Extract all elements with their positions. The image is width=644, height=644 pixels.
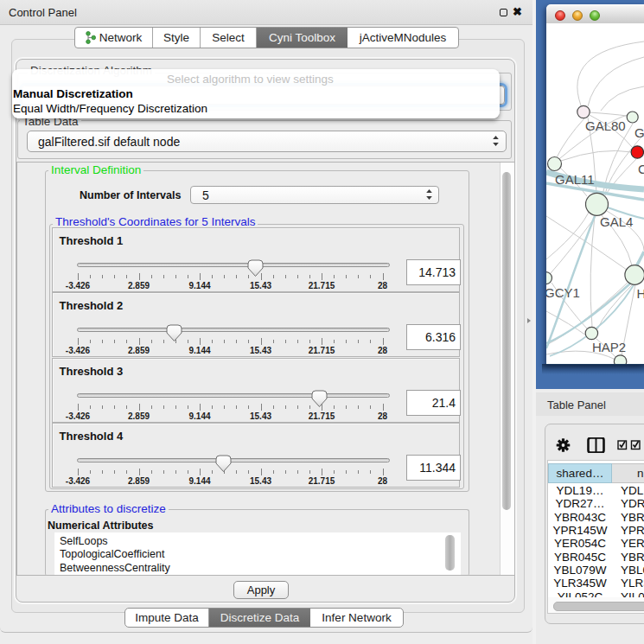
svg-text:HAP2: HAP2 xyxy=(592,340,626,354)
svg-text:GCY1: GCY1 xyxy=(546,285,580,300)
svg-text:GA: GA xyxy=(634,125,644,140)
svg-text:GAL80: GAL80 xyxy=(585,118,626,133)
svg-text:C: C xyxy=(638,162,644,176)
svg-text:H: H xyxy=(637,286,644,301)
svg-text:GAL11: GAL11 xyxy=(555,172,595,187)
svg-text:GAL4: GAL4 xyxy=(600,214,633,229)
